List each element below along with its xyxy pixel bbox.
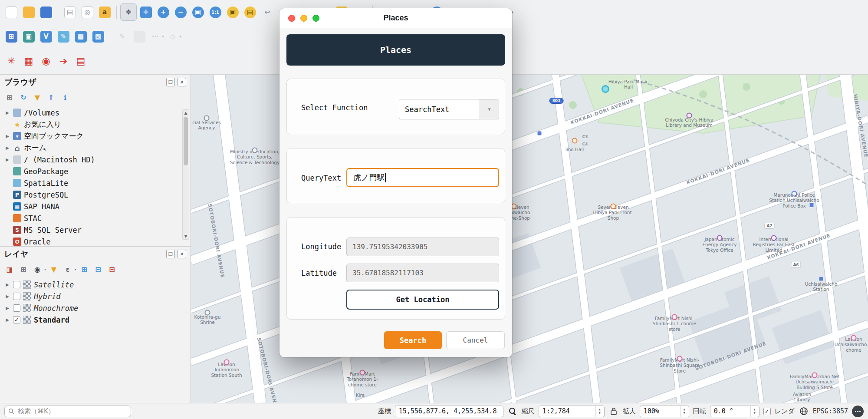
vertex-tool-button[interactable]: ◇▾ — [166, 28, 182, 45]
magnifier-spinner[interactable]: ▲▼ — [680, 406, 685, 417]
zoom-last-button[interactable]: ↩ — [259, 3, 276, 21]
dropdown-arrow-icon[interactable]: ▾ — [75, 267, 76, 271]
scale-combobox[interactable]: 1:2,784 ▲▼ — [539, 406, 605, 417]
add-group-button[interactable]: ⊞ — [17, 263, 30, 275]
scroll-up-icon[interactable]: ▲ — [184, 110, 187, 116]
browser-item-home[interactable]: ▶⌂ホーム — [0, 142, 191, 154]
scale-spinner[interactable]: ▲▼ — [595, 406, 600, 417]
zoom-to-selection-button[interactable]: ▣ — [224, 3, 241, 21]
dialog-titlebar[interactable]: Places — [279, 8, 512, 28]
cancel-button[interactable]: Cancel — [446, 331, 505, 349]
new-geopackage-layer-button[interactable]: ▣ — [20, 28, 37, 45]
rotation-spinbox[interactable]: 0.0 ° ▲▼ — [710, 406, 760, 417]
zoom-window-button[interactable] — [312, 15, 319, 22]
crs-status[interactable]: EPSG:3857 — [813, 407, 848, 415]
browser-filter-button[interactable]: ▼ — [31, 91, 43, 103]
expander-icon[interactable]: ▶ — [4, 145, 10, 150]
browser-item-spatialite[interactable]: SpatiaLite — [0, 177, 191, 189]
zoom-native-button[interactable]: 1:1 — [207, 3, 224, 21]
close-window-button[interactable] — [288, 15, 295, 22]
open-project-button[interactable] — [20, 3, 37, 21]
expander-icon[interactable]: ▶ — [4, 306, 10, 310]
layer-item-monochrome[interactable]: ▶Monochrome — [0, 302, 191, 314]
new-virtual-layer-button[interactable]: ▦ — [72, 28, 89, 45]
scroll-thumb[interactable] — [184, 117, 188, 165]
new-project-button[interactable] — [3, 3, 20, 21]
browser-item-drive[interactable]: ▶/ (Macintosh HD) — [0, 154, 191, 165]
zoom-full-button[interactable]: ▣ — [190, 3, 206, 21]
new-spatialite-layer-button[interactable]: ✎ — [55, 28, 72, 45]
browser-item-folder[interactable]: ▶/Volumes — [0, 107, 191, 119]
layer-item-standard[interactable]: ▶✓Standard — [0, 314, 191, 326]
lock-scale-icon[interactable] — [608, 406, 619, 416]
dropdown-arrow-icon[interactable]: ▾ — [44, 267, 46, 271]
longitude-field[interactable]: 139.75195342033905 — [346, 238, 499, 256]
browser-item-saphana[interactable]: ▦SAP HANA — [0, 201, 191, 212]
layers-float-button[interactable]: ❐ — [166, 250, 175, 258]
browser-item-postgresql[interactable]: PPostgreSQL — [0, 189, 191, 201]
pan-to-selection-button[interactable]: ✛ — [138, 3, 154, 21]
expander-icon[interactable]: ▶ — [4, 157, 10, 162]
data-source-manager-button[interactable]: ⊞ — [3, 28, 20, 45]
filter-legend-button[interactable]: ▼ — [48, 263, 60, 275]
layer-styling-button[interactable]: ◨ — [3, 263, 16, 275]
expand-all-button[interactable]: ⊞ — [78, 263, 90, 275]
toggle-editing-button[interactable]: ✎ — [114, 28, 130, 45]
remove-layer-button[interactable]: ⊟ — [106, 263, 118, 275]
filter-expression-button[interactable]: ε — [62, 263, 74, 275]
collapse-all-button[interactable]: ⊟ — [92, 263, 104, 275]
select-function-combobox[interactable]: SearchText ▼ — [399, 99, 499, 119]
save-layer-edits-button[interactable] — [131, 28, 148, 45]
expander-icon[interactable]: ▶ — [4, 282, 10, 287]
manage-themes-button[interactable]: ◉ — [31, 263, 43, 275]
layer-item-satellite[interactable]: ▶Satellite — [0, 279, 191, 290]
browser-item-oracle[interactable]: OOracle — [0, 236, 191, 246]
add-feature-button[interactable]: ⋯▾ — [148, 28, 165, 45]
layer-item-hybrid[interactable]: ▶Hybrid — [0, 290, 191, 302]
browser-float-button[interactable]: ❐ — [166, 78, 175, 86]
browser-item-bookmark[interactable]: ▶▾空間ブックマーク — [0, 130, 191, 142]
dropdown-arrow-icon[interactable]: ▾ — [162, 34, 164, 39]
messages-icon[interactable] — [852, 406, 864, 417]
zoom-out-button[interactable]: − — [172, 3, 189, 21]
browser-item-star[interactable]: ★お気に入り — [0, 119, 191, 130]
dropdown-arrow-icon[interactable]: ▾ — [179, 34, 181, 39]
get-location-button[interactable]: Get Location — [346, 290, 499, 310]
search-button[interactable]: Search — [384, 331, 442, 349]
expander-icon[interactable]: ▶ — [4, 294, 10, 299]
plugin-report-button[interactable]: ▤ — [72, 52, 89, 69]
browser-refresh-button[interactable]: ↻ — [17, 91, 30, 103]
save-project-button[interactable] — [38, 3, 54, 21]
scroll-down-icon[interactable]: ▼ — [184, 233, 187, 239]
browser-item-geopackage[interactable]: GeoPackage — [0, 165, 191, 177]
expander-icon[interactable]: ▶ — [4, 134, 10, 139]
magnifier-spinbox[interactable]: 100% ▲▼ — [640, 406, 689, 417]
querytext-input[interactable]: 虎ノ門駅 — [346, 168, 499, 187]
chevron-down-icon[interactable]: ▼ — [480, 99, 499, 119]
zoom-to-layer-button[interactable]: ▤ — [242, 3, 258, 21]
browser-properties-button[interactable]: ℹ — [59, 91, 71, 103]
plugin-grid-button[interactable]: ▦ — [20, 52, 37, 69]
pan-map-button[interactable]: ✥ — [120, 3, 137, 21]
layers-close-button[interactable]: ✕ — [178, 250, 186, 258]
minimize-window-button[interactable] — [300, 15, 307, 22]
extents-icon[interactable] — [507, 406, 518, 416]
plugin-places-pin-button[interactable]: ◉ — [38, 52, 54, 69]
browser-item-mssql[interactable]: SMS SQL Server — [0, 224, 191, 236]
render-checkbox[interactable]: ✓ — [763, 408, 771, 415]
browser-item-stac[interactable]: STAC — [0, 212, 191, 224]
expander-icon[interactable]: ▶ — [4, 317, 10, 322]
new-print-layout-button[interactable]: ▤ — [62, 3, 78, 21]
layout-manager-button[interactable]: ◎ — [79, 3, 95, 21]
expander-icon[interactable]: ▶ — [4, 110, 10, 115]
browser-add-layer-button[interactable]: ⊞ — [3, 91, 16, 103]
latitude-field[interactable]: 35.67018582117103 — [346, 264, 499, 282]
layer-visibility-checkbox[interactable] — [13, 293, 20, 300]
layer-visibility-checkbox[interactable] — [13, 304, 20, 312]
locator-search-input[interactable]: 検索（⌘K） — [4, 406, 131, 417]
browser-scrollbar[interactable]: ▲ ▼ — [182, 109, 189, 240]
layer-visibility-checkbox[interactable]: ✓ — [13, 316, 20, 323]
style-manager-button[interactable]: a — [96, 3, 113, 21]
browser-close-button[interactable]: ✕ — [178, 78, 186, 86]
layer-visibility-checkbox[interactable] — [13, 281, 20, 288]
